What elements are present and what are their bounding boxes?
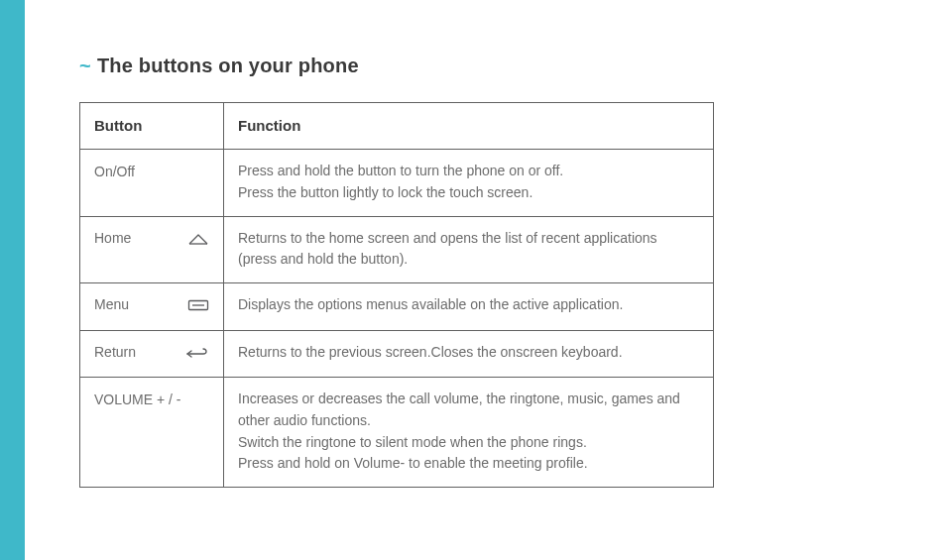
table-body: On/Off Press and hold the button to turn…	[80, 150, 714, 488]
row-button-cell: Menu	[80, 283, 224, 331]
button-name: VOLUME + / -	[94, 390, 181, 411]
row-button-cell: VOLUME + / -	[80, 378, 224, 488]
home-icon	[187, 230, 209, 252]
table-header-row: Button Function	[80, 103, 714, 150]
row-button-cell: Home	[80, 216, 224, 282]
table-row: Home Returns to the home screen and open…	[80, 216, 714, 282]
buttons-table: Button Function On/Off Press and hold th…	[79, 102, 714, 488]
row-function-cell: Increases or decreases the call volume, …	[224, 378, 714, 488]
table-row: Menu Displays the options menus availabl…	[80, 283, 714, 331]
table-row: VOLUME + / - Increases or decreases the …	[80, 378, 714, 488]
page: ~The buttons on your phone Button Functi…	[0, 0, 946, 560]
table-row: Return Returns to the previous screen.Cl…	[80, 330, 714, 378]
content-area: ~The buttons on your phone Button Functi…	[25, 0, 946, 560]
button-name: Menu	[94, 294, 129, 316]
accent-stripe	[0, 0, 25, 560]
table-row: On/Off Press and hold the button to turn…	[80, 150, 714, 216]
return-icon	[185, 344, 209, 366]
row-function-cell: Press and hold the button to turn the ph…	[224, 150, 714, 216]
row-function-cell: Returns to the home screen and opens the…	[224, 216, 714, 282]
button-name: Return	[94, 342, 136, 364]
row-function-cell: Returns to the previous screen.Closes th…	[224, 330, 714, 378]
row-button-cell: On/Off	[80, 150, 224, 216]
page-title: ~The buttons on your phone	[79, 55, 887, 77]
menu-icon	[187, 296, 209, 318]
button-name: On/Off	[94, 162, 135, 183]
row-button-cell: Return	[80, 330, 224, 378]
col-header-button: Button	[80, 103, 224, 150]
heading-tilde: ~	[79, 55, 91, 76]
col-header-function: Function	[224, 103, 714, 150]
button-name: Home	[94, 228, 131, 250]
row-function-cell: Displays the options menus available on …	[224, 283, 714, 331]
heading-text: The buttons on your phone	[97, 55, 359, 76]
